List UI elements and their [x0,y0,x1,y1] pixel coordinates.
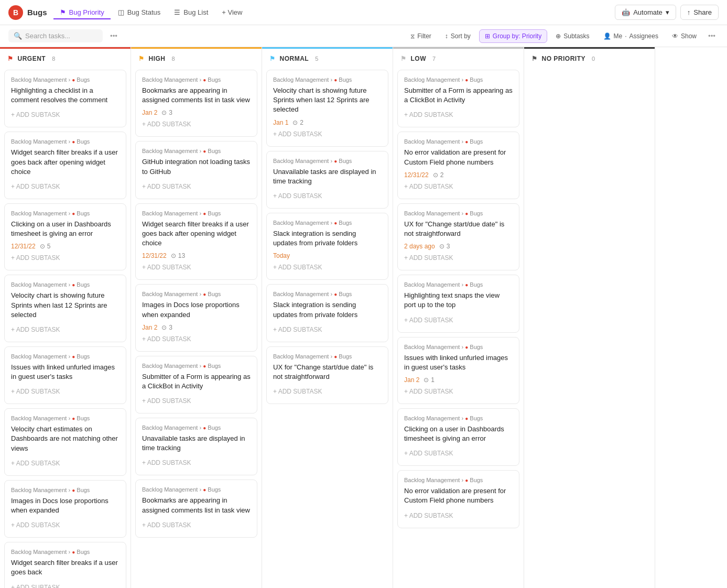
add-subtask-button[interactable]: + ADD SUBTASK [142,457,251,469]
task-card[interactable]: Backlog Management › ● Bugs Widget searc… [4,542,126,588]
task-card[interactable]: Backlog Management › ● Bugs UX for "Chan… [266,346,388,404]
task-card[interactable]: Backlog Management › ● Bugs No error val… [397,470,519,528]
task-card[interactable]: Backlog Management › ● Bugs Submitter of… [397,70,519,127]
task-card[interactable]: Backlog Management › ● Bugs GitHub integ… [135,141,257,199]
task-card[interactable]: Backlog Management › ● Bugs Issues with … [4,346,126,404]
chevron-icon: › [461,77,463,83]
tab-view[interactable]: + View [215,5,248,19]
subtask-icon: ⊙ [439,243,444,250]
column-body-normal: Backlog Management › ● Bugs Velocity cha… [262,68,393,588]
add-subtask-button[interactable]: + ADD SUBTASK [142,519,251,531]
add-subtask-button[interactable]: + ADD SUBTASK [273,386,382,397]
subtasks-button[interactable]: ⊕ Subtasks [550,30,594,42]
add-subtask-button[interactable]: + ADD SUBTASK [404,109,513,121]
subtask-icon: ⊙ [171,252,176,259]
card-title: Widget search filter breaks if a user go… [11,558,120,577]
task-card[interactable]: Backlog Management › ● Bugs Submitter of… [135,356,257,413]
add-subtask-button[interactable]: + ADD SUBTASK [273,324,382,335]
chevron-icon: › [199,363,201,369]
add-subtask-button[interactable]: + ADD SUBTASK [11,519,120,531]
task-card[interactable]: Backlog Management › ● Bugs Slack integr… [266,213,388,280]
add-subtask-button[interactable]: + ADD SUBTASK [404,181,513,192]
card-footer: 12/31/22⊙ 13 [142,252,251,259]
bugs-dot: ● [203,148,206,154]
task-card[interactable]: Backlog Management › ● Bugs Images in Do… [4,480,126,538]
priority-tab-icon: ⚑ [60,8,66,16]
add-subtask-button[interactable]: + ADD SUBTASK [142,333,251,345]
card-title: Highlighting a checklist in a comment re… [11,86,120,105]
tab-bug-status[interactable]: ◫ Bug Status [112,5,167,19]
add-subtask-button[interactable]: + ADD SUBTASK [404,386,513,397]
add-subtask-button[interactable]: + ADD SUBTASK [142,262,251,273]
show-icon: 👁 [672,32,678,40]
task-card[interactable]: Backlog Management › ● Bugs No error val… [397,132,519,199]
column-urgent: ⚑ URGENT 8 Backlog Management › ● Bugs H… [0,47,131,588]
add-subtask-button[interactable]: + ADD SUBTASK [11,252,120,264]
app-title: Bugs [27,8,47,17]
add-subtask-button[interactable]: + ADD SUBTASK [11,109,120,121]
add-subtask-button[interactable]: + ADD SUBTASK [11,386,120,397]
task-card[interactable]: Backlog Management › ● Bugs UX for "Chan… [397,203,519,270]
add-subtask-button[interactable]: + ADD SUBTASK [11,458,120,469]
task-card[interactable]: Backlog Management › ● Bugs Highlighting… [4,70,126,127]
task-card[interactable]: Backlog Management › ● Bugs Clicking on … [4,203,126,270]
task-card[interactable]: Backlog Management › ● Bugs Unavailable … [266,151,388,209]
add-subtask-button[interactable]: + ADD SUBTASK [404,510,513,521]
search-box[interactable]: 🔍 Search tasks... [8,29,103,42]
add-subtask-button[interactable]: + ADD SUBTASK [404,252,513,264]
task-card[interactable]: Backlog Management › ● Bugs Velocity cha… [266,70,388,147]
card-subtask-count: ⊙ 3 [161,109,172,116]
add-subtask-button[interactable]: + ADD SUBTASK [11,582,120,588]
column-count-high: 8 [172,56,176,62]
sort-button[interactable]: ↕ Sort by [440,30,476,42]
toolbar-more-button[interactable]: ••• [705,29,719,42]
add-subtask-button[interactable]: + ADD SUBTASK [11,181,120,192]
card-title: Clicking on a user in Dashboards timeshe… [404,424,513,443]
card-date: Jan 1 [273,119,288,126]
card-footer: 12/31/22⊙ 2 [404,171,513,179]
task-card[interactable]: Backlog Management › ● Bugs Unavailable … [135,418,257,475]
subtask-icon: ⊙ [161,324,167,331]
add-subtask-button[interactable]: + ADD SUBTASK [11,324,120,335]
task-card[interactable]: Backlog Management › ● Bugs Issues with … [397,337,519,404]
automate-button[interactable]: 🤖 Automate ▾ [615,5,676,20]
tab-bug-priority[interactable]: ⚑ Bug Priority [53,5,111,19]
chevron-icon: › [68,281,70,288]
task-card[interactable]: Backlog Management › ● Bugs Velocity cha… [4,275,126,342]
show-button[interactable]: 👁 Show [667,30,702,42]
me-button[interactable]: 👤 Me · Assignees [598,30,664,42]
add-subtask-button[interactable]: + ADD SUBTASK [404,448,513,459]
more-options-button[interactable]: ••• [107,29,121,42]
task-card[interactable]: Backlog Management › ● Bugs Images in Do… [135,284,257,351]
add-subtask-button[interactable]: + ADD SUBTASK [142,395,251,407]
share-button[interactable]: ↑ Share [680,5,719,20]
task-card[interactable]: Backlog Management › ● Bugs Widget searc… [4,132,126,199]
chevron-icon: › [68,353,70,360]
task-card[interactable]: Backlog Management › ● Bugs Bookmarks ar… [135,70,257,137]
breadcrumb-text: Backlog Management › ● Bugs [11,138,90,145]
group-button[interactable]: ⊞ Group by: Priority [479,29,547,43]
task-card[interactable]: Backlog Management › ● Bugs Widget searc… [135,203,257,280]
filter-button[interactable]: ⧖ Filter [405,30,437,42]
add-subtask-button[interactable]: + ADD SUBTASK [273,190,382,202]
add-subtask-button[interactable]: + ADD SUBTASK [273,128,382,140]
breadcrumb-text: Backlog Management › ● Bugs [11,281,90,288]
breadcrumb-text: Backlog Management › ● Bugs [142,148,221,154]
card-subtask-count: ⊙ 3 [161,324,172,331]
tab-bug-list[interactable]: ☰ Bug List [168,5,214,19]
bugs-dot: ● [203,487,206,493]
task-card[interactable]: Backlog Management › ● Bugs Slack integr… [266,284,388,342]
task-card[interactable]: Backlog Management › ● Bugs Clicking on … [397,408,519,466]
add-subtask-button[interactable]: + ADD SUBTASK [142,118,251,130]
breadcrumb-text: Backlog Management › ● Bugs [142,291,221,297]
task-card[interactable]: Backlog Management › ● Bugs Highlighting… [397,275,519,332]
add-subtask-button[interactable]: + ADD SUBTASK [142,181,251,192]
chevron-icon: › [199,291,201,297]
bugs-dot: ● [465,282,468,288]
bugs-dot: ● [334,291,337,297]
priority-icon-normal: ⚑ [269,55,276,62]
task-card[interactable]: Backlog Management › ● Bugs Velocity cha… [4,408,126,476]
add-subtask-button[interactable]: + ADD SUBTASK [273,262,382,273]
add-subtask-button[interactable]: + ADD SUBTASK [404,314,513,326]
task-card[interactable]: Backlog Management › ● Bugs Bookmarks ar… [135,480,257,537]
